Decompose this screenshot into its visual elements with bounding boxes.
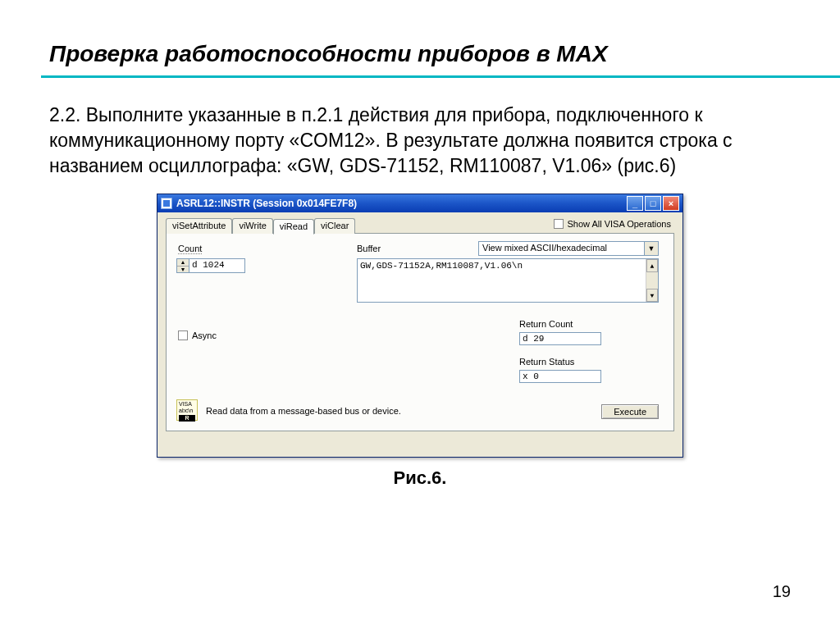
spinner-up-icon[interactable]: ▲ <box>177 259 189 266</box>
window-sys-icon <box>161 198 172 209</box>
title-rule <box>41 75 840 78</box>
hint-text: Read data from a message-based bus or de… <box>206 406 401 416</box>
count-spinner[interactable]: ▲ ▼ d 1024 <box>176 258 245 273</box>
dialog-window: ASRL12::INSTR (Session 0x014FE7F8) _ □ ×… <box>157 194 683 458</box>
return-count-label: Return Count <box>519 319 573 329</box>
tab-panel-viread: Count ▲ ▼ d 1024 Buffer View mixed ASCII… <box>166 233 674 431</box>
tab-viclear[interactable]: viClear <box>314 218 355 234</box>
chevron-down-icon[interactable]: ▼ <box>645 241 659 256</box>
view-mode-value: View mixed ASCII/hexadecimal <box>478 241 645 256</box>
slide-title: Проверка работоспособности приборов в MA… <box>49 41 791 67</box>
view-mode-dropdown[interactable]: View mixed ASCII/hexadecimal ▼ <box>478 241 659 256</box>
tab-viread[interactable]: viRead <box>273 219 314 235</box>
minimize-button[interactable]: _ <box>627 196 643 211</box>
return-status-label: Return Status <box>519 357 574 367</box>
checkbox-icon <box>178 330 188 340</box>
tab-viwrite[interactable]: viWrite <box>232 218 272 234</box>
return-status-value: x 0 <box>519 370 601 383</box>
async-label: Async <box>192 330 217 340</box>
buffer-text: GW,GDS-71152A,RM110087,V1.06\n <box>360 261 644 300</box>
return-count-value: d 29 <box>519 332 601 345</box>
buffer-textarea[interactable]: GW,GDS-71152A,RM110087,V1.06\n ▲ ▼ <box>357 258 659 303</box>
scroll-up-icon[interactable]: ▲ <box>646 259 658 272</box>
scrollbar[interactable]: ▲ ▼ <box>646 259 658 302</box>
slide-body: 2.2. Выполните указанные в п.2.1 действи… <box>49 103 791 179</box>
close-button[interactable]: × <box>663 196 679 211</box>
visa-hint-icon: VISA abc\n R <box>176 399 198 421</box>
buffer-label: Buffer <box>357 244 381 253</box>
count-label: Count <box>178 244 202 254</box>
async-checkbox[interactable]: Async <box>178 330 217 340</box>
figure-caption: Рис.6. <box>49 467 791 489</box>
spinner-down-icon[interactable]: ▼ <box>177 266 189 273</box>
titlebar[interactable]: ASRL12::INSTR (Session 0x014FE7F8) _ □ × <box>158 194 682 212</box>
page-number: 19 <box>773 582 791 601</box>
execute-button[interactable]: Execute <box>601 404 659 419</box>
window-title: ASRL12::INSTR (Session 0x014FE7F8) <box>176 198 627 209</box>
scroll-down-icon[interactable]: ▼ <box>646 289 658 302</box>
maximize-button[interactable]: □ <box>645 196 661 211</box>
count-value[interactable]: d 1024 <box>189 258 245 273</box>
tab-visetattribute[interactable]: viSetAttribute <box>166 218 232 234</box>
